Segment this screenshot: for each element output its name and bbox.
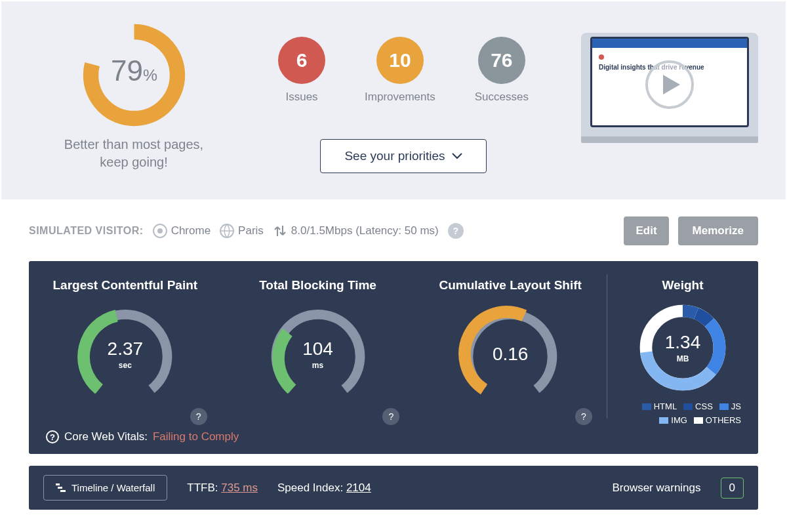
memorize-button[interactable]: Memorize xyxy=(678,216,758,245)
browser-item: Chrome xyxy=(153,224,211,238)
simvisitor-help-icon[interactable]: ? xyxy=(448,223,464,239)
successes-count: 76 xyxy=(478,37,525,84)
chrome-icon xyxy=(153,224,167,238)
tbt-help-icon[interactable]: ? xyxy=(382,408,399,425)
tbt-metric: Total Blocking Time 104ms ? xyxy=(222,278,414,425)
summary-bubbles: 6 Issues 10 Improvements 76 Successes xyxy=(278,37,529,104)
svg-point-2 xyxy=(157,228,163,234)
issues-bubble[interactable]: 6 Issues xyxy=(278,37,325,104)
score-ring: 79% xyxy=(80,21,188,129)
globe-icon xyxy=(220,224,234,238)
see-priorities-button[interactable]: See your priorities xyxy=(320,139,486,173)
hero-panel: 79% Better than most pages,keep going! 6… xyxy=(1,1,786,199)
metrics-panel: Largest Contentful Paint 2.37sec ? Total… xyxy=(29,261,758,454)
cls-help-icon[interactable]: ? xyxy=(575,408,592,425)
weight-metric: Weight 1.34MB HTML CSS JS IMG OTHERS xyxy=(607,278,758,425)
score-caption: Better than most pages,keep going! xyxy=(29,136,239,171)
waterfall-icon xyxy=(56,483,66,493)
score-value: 79% xyxy=(111,54,157,87)
network-item: 8.0/1.5Mbps (Latency: 50 ms) xyxy=(273,224,439,238)
improvements-count: 10 xyxy=(376,37,424,84)
chevron-down-icon xyxy=(452,153,462,159)
preview-laptop: Digital insights that drive revenue xyxy=(581,33,758,143)
lcp-help-icon[interactable]: ? xyxy=(190,408,207,425)
timeline-waterfall-button[interactable]: Timeline / Waterfall xyxy=(43,475,167,501)
browser-warnings-label: Browser warnings xyxy=(612,481,700,495)
successes-bubble[interactable]: 76 Successes xyxy=(475,37,529,104)
speed-index: Speed Index: 2104 xyxy=(277,481,371,495)
weight-legend: HTML CSS JS IMG OTHERS xyxy=(607,401,758,425)
ttfb: TTFB: 735 ms xyxy=(187,481,258,495)
updown-icon xyxy=(273,224,287,238)
svg-rect-11 xyxy=(60,490,66,492)
svg-rect-10 xyxy=(58,487,62,489)
score-column: 79% Better than most pages,keep going! xyxy=(29,21,239,171)
play-button[interactable] xyxy=(645,60,694,109)
svg-rect-9 xyxy=(56,483,60,485)
browser-warnings-count[interactable]: 0 xyxy=(721,478,744,499)
ttfb-value[interactable]: 735 ms xyxy=(221,481,258,494)
improvements-bubble[interactable]: 10 Improvements xyxy=(365,37,435,104)
speed-index-value[interactable]: 2104 xyxy=(346,481,371,494)
play-icon xyxy=(663,75,680,94)
footer-bar: Timeline / Waterfall TTFB: 735 ms Speed … xyxy=(29,466,758,510)
cwv-status-value: Failing to Comply xyxy=(153,430,239,443)
issues-count: 6 xyxy=(278,37,325,84)
cwv-help-icon[interactable]: ? xyxy=(46,430,59,443)
edit-button[interactable]: Edit xyxy=(624,216,668,245)
core-web-vitals-status: ? Core Web Vitals: Failing to Comply xyxy=(29,425,758,443)
lcp-metric: Largest Contentful Paint 2.37sec ? xyxy=(29,278,222,425)
simvisitor-label: SIMULATED VISITOR: xyxy=(29,225,144,237)
simulated-visitor-bar: SIMULATED VISITOR: Chrome Paris 8.0/1.5M… xyxy=(1,199,786,261)
location-item: Paris xyxy=(220,224,264,238)
cls-metric: Cumulative Layout Shift 0.16 ? xyxy=(414,278,607,425)
